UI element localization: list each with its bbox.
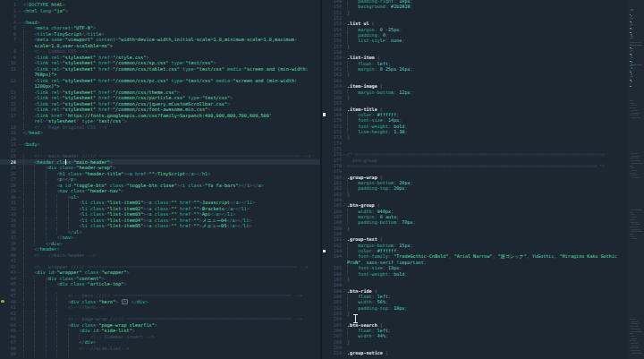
minimap-line xyxy=(631,214,635,215)
minimap-line xyxy=(630,234,633,235)
minimap-line xyxy=(630,212,633,213)
minimap-line xyxy=(631,331,642,332)
minimap-line xyxy=(631,167,635,168)
minimap-line xyxy=(630,115,639,115)
code-line[interactable]: 210–.group-notice { xyxy=(322,350,628,355)
minimap-line xyxy=(630,347,639,348)
minimap-line xyxy=(630,100,633,101)
minimap-line xyxy=(631,57,633,58)
fold-gutter xyxy=(16,351,23,357)
minimap-line xyxy=(631,170,637,171)
minimap-line xyxy=(631,113,640,114)
indent-guide xyxy=(56,351,67,357)
minimap-line xyxy=(631,231,642,232)
minimap-line xyxy=(630,45,641,46)
text-caret xyxy=(65,159,66,165)
indent-guide xyxy=(34,351,45,357)
left-editor-pane[interactable]: 1<!DOCTYPE html>2–<html lang="ja">34–<he… xyxy=(0,0,320,359)
mouse-ibeam-cursor xyxy=(355,315,356,322)
minimap-line xyxy=(631,350,640,351)
editor-area: 1<!DOCTYPE html>2–<html lang="ja">34–<he… xyxy=(0,0,644,359)
minimap-line xyxy=(630,326,639,327)
minimap-line xyxy=(630,42,641,43)
minimap-line xyxy=(631,238,637,239)
minimap-line xyxy=(631,24,633,25)
minimap-line xyxy=(631,110,638,111)
minimap-line xyxy=(631,163,642,164)
minimap-line xyxy=(630,340,636,341)
minimap-line xyxy=(630,173,636,174)
code-line[interactable]: 69 xyxy=(0,351,320,357)
minimap-line xyxy=(631,224,640,225)
minimap-line xyxy=(631,236,635,237)
minimap-line xyxy=(631,209,642,210)
minimap-line xyxy=(631,338,637,339)
minimap-line xyxy=(631,343,638,344)
minimap-line xyxy=(631,336,635,337)
minimap-line xyxy=(631,160,640,161)
minimap-line xyxy=(631,10,633,11)
minimap-line xyxy=(631,217,637,218)
minimap-line xyxy=(631,177,640,178)
indent-guide xyxy=(46,351,56,357)
minimap-line xyxy=(630,333,633,334)
minimap-line xyxy=(630,86,631,87)
indent-guide xyxy=(23,351,34,357)
minimap-line xyxy=(631,81,632,82)
gutter-marker xyxy=(322,350,328,355)
right-code-lines: 149padding-right: 10px;150background: #2… xyxy=(322,0,628,356)
minimap-line xyxy=(631,156,640,157)
minimap-line xyxy=(630,219,636,220)
minimap-line xyxy=(631,29,633,30)
minimap-line xyxy=(631,38,633,38)
indent-guide xyxy=(68,351,79,357)
line-number: 210 xyxy=(328,350,342,355)
minimap-line xyxy=(631,105,637,106)
minimap-line xyxy=(630,227,639,227)
line-number: 69 xyxy=(5,351,16,357)
minimap-line xyxy=(631,329,640,329)
code-text: .group-notice { xyxy=(347,350,628,355)
minimap-line xyxy=(631,68,633,69)
code-text xyxy=(23,351,320,357)
minimap-line xyxy=(631,153,638,154)
minimap-line xyxy=(631,76,633,77)
minimap-line xyxy=(630,319,636,320)
minimap-line xyxy=(631,222,638,223)
minimap-line xyxy=(631,50,633,51)
minimap-line xyxy=(630,107,636,108)
minimap-line xyxy=(631,117,640,118)
minimap[interactable] xyxy=(628,0,644,359)
left-code-lines: 1<!DOCTYPE html>2–<html lang="ja">34–<he… xyxy=(0,2,320,357)
minimap-line xyxy=(631,229,640,230)
minimap-line xyxy=(631,321,638,322)
minimap-line xyxy=(631,18,632,19)
minimap-line xyxy=(630,166,633,167)
minimap-line xyxy=(631,346,640,346)
gutter-marker xyxy=(0,351,5,357)
minimap-line xyxy=(630,158,639,158)
minimap-line xyxy=(631,353,642,354)
right-editor-pane[interactable]: 149padding-right: 10px;150background: #2… xyxy=(322,0,628,359)
minimap-line xyxy=(631,323,640,324)
minimap-line xyxy=(631,103,635,104)
code-editor-window: { "app": {"type": "code-editor", "layout… xyxy=(0,0,644,359)
minimap-line xyxy=(631,175,638,175)
